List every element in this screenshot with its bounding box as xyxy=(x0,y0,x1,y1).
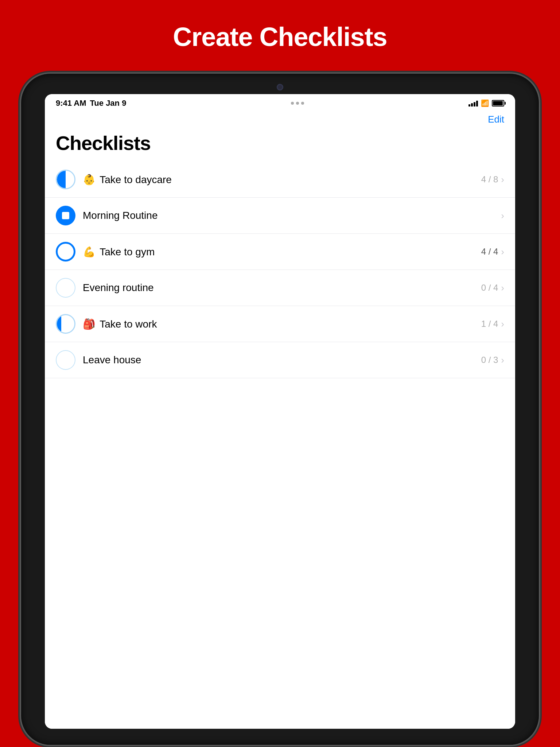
status-icons: 📶 xyxy=(468,99,504,107)
app-title: Checklists xyxy=(56,132,504,154)
chevron-icon: › xyxy=(501,246,504,258)
circle-indicator-solid xyxy=(56,206,75,225)
item-right: 0 / 4 › xyxy=(481,282,504,294)
status-dots xyxy=(291,102,304,105)
item-right: 4 / 8 › xyxy=(481,174,504,185)
checklist-item[interactable]: Leave house 0 / 3 › xyxy=(45,342,515,378)
item-count: 1 / 4 xyxy=(481,319,498,329)
signal-icon xyxy=(468,100,478,107)
tablet-camera xyxy=(277,84,283,90)
circle-indicator-partial xyxy=(56,170,75,189)
app-header: Edit xyxy=(45,111,515,128)
status-date: Tue Jan 9 xyxy=(90,98,127,108)
circle-indicator-partial-small xyxy=(56,314,75,334)
checklist-item[interactable]: Evening routine 0 / 4 › xyxy=(45,270,515,306)
app-title-section: Checklists xyxy=(45,128,515,162)
item-name: Leave house xyxy=(83,354,481,366)
circle-indicator-empty2 xyxy=(56,350,75,370)
item-name: Evening routine xyxy=(83,282,481,294)
chevron-icon: › xyxy=(501,282,504,294)
item-name: Morning Routine xyxy=(83,210,501,221)
chevron-icon: › xyxy=(501,355,504,366)
chevron-icon: › xyxy=(501,318,504,330)
item-right: 0 / 3 › xyxy=(481,355,504,366)
checklist-item[interactable]: 💪 Take to gym 4 / 4 › xyxy=(45,234,515,270)
item-count: 0 / 4 xyxy=(481,283,498,293)
checklist-item[interactable]: 👶 Take to daycare 4 / 8 › xyxy=(45,162,515,198)
circle-indicator-full xyxy=(56,242,75,262)
battery-icon xyxy=(492,100,504,107)
item-right: 1 / 4 › xyxy=(481,318,504,330)
tablet-frame: 9:41 AM Tue Jan 9 📶 xyxy=(21,74,539,745)
chevron-icon: › xyxy=(501,174,504,185)
status-bar: 9:41 AM Tue Jan 9 📶 xyxy=(45,94,515,111)
status-time: 9:41 AM xyxy=(56,98,86,108)
page-title: Create Checklists xyxy=(173,0,387,74)
wifi-icon: 📶 xyxy=(481,99,489,107)
circle-indicator-empty xyxy=(56,278,75,298)
item-name: 🎒 Take to work xyxy=(83,318,481,330)
item-count: 4 / 4 xyxy=(481,247,498,257)
item-name: 💪 Take to gym xyxy=(83,246,481,258)
edit-button[interactable]: Edit xyxy=(488,114,504,125)
checklist-item[interactable]: Morning Routine › xyxy=(45,198,515,234)
checklist-item[interactable]: 🎒 Take to work 1 / 4 › xyxy=(45,306,515,342)
chevron-icon: › xyxy=(501,210,504,221)
item-count: 0 / 3 xyxy=(481,355,498,365)
item-name: 👶 Take to daycare xyxy=(83,174,481,186)
checklist-container: 👶 Take to daycare 4 / 8 › Morning Routin… xyxy=(45,162,515,729)
item-right: › xyxy=(501,210,504,221)
item-right: 4 / 4 › xyxy=(481,246,504,258)
item-count: 4 / 8 xyxy=(481,174,498,185)
tablet-screen: 9:41 AM Tue Jan 9 📶 xyxy=(45,94,515,729)
